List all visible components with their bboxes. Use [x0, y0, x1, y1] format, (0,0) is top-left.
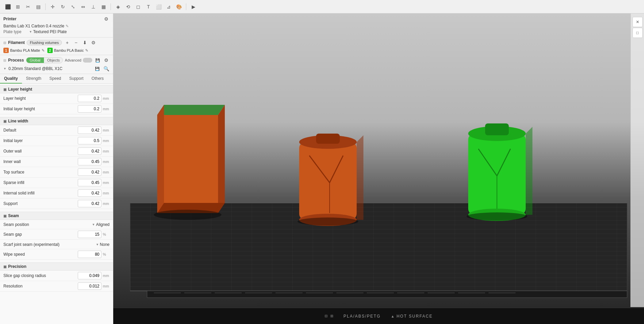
svg-marker-60 — [157, 115, 218, 213]
printer-settings-icon[interactable]: ⚙ — [103, 16, 110, 22]
process-label: Process — [8, 58, 24, 63]
toolbar-layers-icon[interactable]: ▤ — [34, 2, 43, 11]
toolbar-scale-icon[interactable]: ⤡ — [69, 2, 77, 11]
toolbar-sep-1 — [45, 3, 46, 10]
seam-collapse-icon[interactable]: ▣ — [3, 214, 6, 218]
preset-name[interactable]: 0.20mm Standard @BBL X1C — [8, 66, 92, 71]
toolbar-print-icon[interactable]: ▶ — [189, 2, 198, 11]
toolbar-support-icon[interactable]: ⊥ — [89, 2, 98, 11]
status-icons: ⊟ ⊞ — [325, 314, 333, 318]
scarf-label: Scarf joint seam (experimental) — [3, 242, 96, 247]
printer-edit-icon[interactable]: ✎ — [66, 24, 69, 28]
seam-position-text: Aligned — [96, 222, 110, 227]
toolbar-hollow-icon[interactable]: ◻ — [134, 2, 143, 11]
process-header: ⊟ Process Global Objects Advanced 💾 ⚙ — [3, 57, 110, 64]
lw-initial-label: Initial layer — [3, 138, 78, 143]
svg-point-83 — [467, 212, 527, 221]
viewport[interactable]: ⊟ ⊞ PLA/ABS/PETG ▲ HOT SURFACE ✕ □ — [113, 14, 644, 324]
filament-2-name[interactable]: Bambu PLA Basic — [54, 48, 84, 52]
filament-section: ⊟ Filament Flushing volumes + − ⬇ ⚙ 1 Ba… — [0, 38, 113, 55]
filament-import-icon[interactable]: ⬇ — [81, 39, 88, 46]
lw-sparse-value: mm — [78, 179, 110, 186]
wipe-speed-input[interactable] — [78, 251, 101, 258]
toolbar-grid-icon[interactable]: ⊞ — [14, 2, 22, 11]
process-icon: ⊟ — [3, 59, 6, 62]
seam-dropdown-arrow: ▼ — [92, 223, 95, 226]
seam-gap-input[interactable] — [78, 231, 101, 238]
filament-remove-icon[interactable]: − — [73, 39, 79, 46]
seam-position-dropdown[interactable]: ▼ Aligned — [92, 222, 110, 227]
layer-height-collapse-icon[interactable]: ▣ — [3, 88, 6, 91]
top-toolbar: ⬛ ⊞ ✂ ▤ ✛ ↻ ⤡ ⇔ ⊥ ▦ ◈ ⟲ ◻ T ⬜ ⊿ 🎨 ▶ — [0, 0, 644, 14]
process-save-icon[interactable]: 💾 — [94, 57, 101, 64]
initial-layer-height-unit: mm — [103, 107, 110, 111]
tab-quality[interactable]: Quality — [0, 74, 22, 84]
layer-height-label: Layer height — [3, 96, 78, 101]
toolbar-fill-icon[interactable]: ⬜ — [154, 2, 163, 11]
toolbar-cube-icon[interactable]: ⬛ — [3, 2, 12, 11]
lw-sparse-unit: mm — [103, 181, 110, 185]
layer-height-input[interactable] — [78, 95, 101, 102]
preset-save-icon[interactable]: 💾 — [94, 65, 101, 72]
filament-add-icon[interactable]: + — [64, 39, 71, 46]
toolbar-text-icon[interactable]: T — [144, 2, 153, 11]
line-width-collapse-icon[interactable]: ▣ — [3, 119, 6, 123]
vp-close-btn[interactable]: ✕ — [633, 17, 643, 27]
precision-collapse-icon[interactable]: ▣ — [3, 265, 6, 269]
scarf-dropdown[interactable]: ▼ None — [96, 242, 110, 247]
toolbar-cut-icon[interactable]: ⊿ — [164, 2, 173, 11]
printer-name[interactable]: Bambu Lab X1 Carbon 0.4 nozzle ✎ — [3, 24, 110, 28]
filament-2-edit-icon[interactable]: ✎ — [85, 48, 88, 53]
flushing-volumes-btn[interactable]: Flushing volumes — [27, 40, 62, 45]
toolbar-move-icon[interactable]: ✛ — [48, 2, 57, 11]
layer-height-value: mm — [78, 95, 110, 102]
tab-global[interactable]: Global — [26, 57, 44, 63]
toolbar-arrange-icon[interactable]: ▦ — [99, 2, 108, 11]
filament-label: Filament — [8, 40, 25, 45]
lw-sparse-input[interactable] — [78, 179, 101, 186]
resolution-input[interactable] — [78, 282, 101, 290]
toolbar-orient-icon[interactable]: ⟲ — [124, 2, 133, 11]
lw-inner-input[interactable] — [78, 158, 101, 165]
precision-title: ▣ Precision — [0, 262, 113, 271]
wipe-speed-label: Wipe speed — [3, 252, 78, 257]
preset-search-icon[interactable]: 🔍 — [103, 65, 110, 72]
precision-title-text: Precision — [8, 264, 26, 269]
lw-top-unit: mm — [103, 170, 110, 174]
toolbar-mirror-icon[interactable]: ⇔ — [79, 2, 88, 11]
lw-internal-unit: mm — [103, 191, 110, 195]
initial-layer-height-value: mm — [78, 105, 110, 113]
toolbar-rotate-icon[interactable]: ↻ — [58, 2, 67, 11]
tab-strength[interactable]: Strength — [22, 74, 45, 84]
tab-support[interactable]: Support — [65, 74, 88, 84]
process-settings-icon[interactable]: ⚙ — [103, 57, 110, 64]
filament-settings-icon[interactable]: ⚙ — [90, 39, 97, 46]
toolbar-slice-icon[interactable]: ◈ — [114, 2, 122, 11]
vp-maximize-btn[interactable]: □ — [633, 28, 643, 38]
plate-value[interactable]: ▼ Textured PEI Plate — [29, 29, 67, 34]
lw-top-input[interactable] — [78, 168, 101, 176]
seam-gap-value: % — [78, 231, 110, 238]
toolbar-scissors-icon[interactable]: ✂ — [24, 2, 32, 11]
filament-1-name[interactable]: Bambu PLA Matte — [10, 48, 40, 52]
filament-item-2: 2 Bambu PLA Basic ✎ — [47, 48, 88, 53]
lw-internal-input[interactable] — [78, 189, 101, 197]
lw-outer-input[interactable] — [78, 147, 101, 155]
advanced-switch[interactable] — [83, 58, 92, 63]
tab-others[interactable]: Others — [88, 74, 108, 84]
lw-support-input[interactable] — [78, 200, 101, 207]
tab-speed[interactable]: Speed — [45, 74, 65, 84]
initial-layer-height-input[interactable] — [78, 105, 101, 113]
lw-initial-input[interactable] — [78, 137, 101, 144]
plate-dropdown-arrow: ▼ — [29, 30, 32, 33]
slice-gap-input[interactable] — [78, 272, 101, 279]
tab-objects[interactable]: Objects — [44, 57, 63, 63]
status-material: PLA/ABS/PETG — [343, 314, 381, 319]
scarf-text: None — [100, 242, 110, 247]
svg-marker-72 — [357, 135, 363, 220]
lw-default-input[interactable] — [78, 126, 101, 134]
initial-layer-height-label: Initial layer height — [3, 107, 78, 111]
filament-1-edit-icon[interactable]: ✎ — [42, 48, 45, 53]
toolbar-multicolor-icon[interactable]: 🎨 — [174, 2, 183, 11]
advanced-label: Advanced — [65, 58, 81, 62]
